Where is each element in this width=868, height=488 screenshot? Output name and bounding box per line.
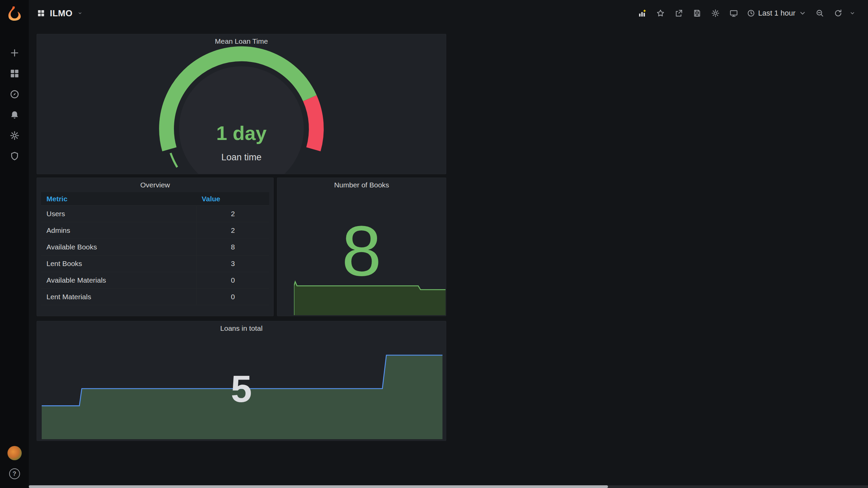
dashboard-picker[interactable]: ILMO — [37, 8, 83, 19]
panel-number-of-books: Number of Books 8 — [277, 178, 446, 316]
navbar: ILMO — [29, 0, 868, 26]
navbar-actions: Last 1 hour — [635, 6, 860, 21]
table-row: Lent Materials0 — [41, 289, 269, 305]
sidebar-item-server-admin[interactable] — [7, 151, 22, 162]
table-row: Admins2 — [41, 222, 269, 239]
sidebar-item-explore[interactable] — [7, 89, 22, 100]
zoom-out-button[interactable] — [812, 6, 827, 21]
metric-cell: Available Materials — [41, 276, 196, 284]
table-row: Available Books8 — [41, 239, 269, 256]
panel-title[interactable]: Loans in total — [37, 321, 446, 336]
column-header-value[interactable]: Value — [196, 195, 269, 203]
save-icon — [693, 9, 702, 18]
gear-icon — [711, 9, 720, 18]
star-button[interactable] — [653, 6, 668, 21]
caret-down-icon — [798, 9, 807, 18]
add-panel-button[interactable] — [635, 6, 650, 21]
user-avatar[interactable] — [7, 446, 22, 460]
grafana-app: ? ILMO — [0, 0, 868, 488]
table-row: Users2 — [41, 206, 269, 222]
share-button[interactable] — [671, 6, 686, 21]
caret-down-icon — [849, 10, 856, 17]
panel-title[interactable]: Overview — [37, 178, 273, 192]
table-row: Lent Books3 — [41, 256, 269, 272]
bell-icon — [9, 110, 20, 120]
refresh-button[interactable] — [831, 6, 846, 21]
dashboard-settings-button[interactable] — [708, 6, 723, 21]
caret-down-icon — [77, 11, 83, 16]
dashboard-grid-icon — [37, 9, 45, 17]
share-icon — [674, 9, 683, 18]
metric-cell: Lent Materials — [41, 293, 196, 301]
shield-icon — [9, 151, 20, 161]
panel-title[interactable]: Mean Loan Time — [37, 34, 446, 48]
value-cell: 8 — [196, 239, 269, 255]
overview-table: Metric Value Users2Admins2Available Book… — [41, 192, 269, 305]
metric-cell: Users — [41, 210, 196, 218]
time-range-label: Last 1 hour — [758, 9, 795, 18]
scrollbar-thumb[interactable] — [29, 485, 608, 488]
metric-cell: Admins — [41, 226, 196, 235]
horizontal-scrollbar[interactable] — [29, 485, 868, 488]
sidebar-item-dashboards[interactable] — [7, 68, 22, 79]
grafana-logo[interactable] — [0, 0, 29, 26]
save-button[interactable] — [690, 6, 705, 21]
magnifier-minus-icon — [815, 9, 824, 18]
overview-table-rows: Users2Admins2Available Books8Lent Books3… — [41, 206, 269, 305]
grafana-flame-icon — [7, 5, 22, 21]
gear-icon — [9, 130, 20, 141]
sidebar-item-create[interactable] — [7, 47, 22, 58]
sidebar-item-alerting[interactable] — [7, 109, 22, 120]
panel-title[interactable]: Number of Books — [277, 178, 446, 192]
help-icon[interactable]: ? — [9, 468, 20, 479]
time-range-picker[interactable]: Last 1 hour — [745, 6, 809, 21]
panel-overview: Overview Metric Value Users2Admins2Avail… — [37, 178, 274, 316]
sidebar-nav — [7, 47, 22, 162]
panel-loans-in-total: Loans in total 5 — [37, 321, 446, 441]
stat-value-books: 8 — [277, 210, 446, 292]
sidebar: ? — [0, 0, 29, 488]
main-area: ILMO — [29, 0, 868, 488]
clock-icon — [747, 9, 755, 18]
stat-value-loans: 5 — [37, 369, 446, 409]
sidebar-item-configuration[interactable] — [7, 130, 22, 141]
squares-grid-icon — [9, 68, 20, 79]
value-cell: 3 — [196, 256, 269, 272]
metric-cell: Lent Books — [41, 260, 196, 268]
table-row: Available Materials0 — [41, 272, 269, 289]
table-header: Metric Value — [41, 192, 269, 206]
monitor-icon — [729, 9, 738, 18]
value-cell: 2 — [196, 206, 269, 222]
refresh-icon — [834, 9, 843, 18]
plus-icon — [9, 48, 20, 58]
gauge-metric-label: Loan time — [37, 152, 446, 163]
tv-mode-button[interactable] — [726, 6, 741, 21]
dashboard-title: ILMO — [50, 8, 73, 19]
panel-mean-loan-time: Mean Loan Time 1 day Loan time — [37, 34, 446, 174]
sidebar-bottom: ? — [7, 446, 22, 488]
column-header-metric[interactable]: Metric — [41, 195, 196, 203]
compass-icon — [9, 89, 20, 99]
value-cell: 0 — [196, 289, 269, 305]
value-cell: 2 — [196, 222, 269, 239]
dashboard-grid: Mean Loan Time 1 day Loan time Overview … — [29, 26, 868, 488]
refresh-interval-dropdown[interactable] — [845, 6, 860, 21]
star-icon — [656, 9, 665, 18]
gauge-value: 1 day — [37, 122, 446, 144]
metric-cell: Available Books — [41, 243, 196, 251]
bar-chart-plus-icon — [638, 9, 647, 18]
value-cell: 0 — [196, 272, 269, 288]
